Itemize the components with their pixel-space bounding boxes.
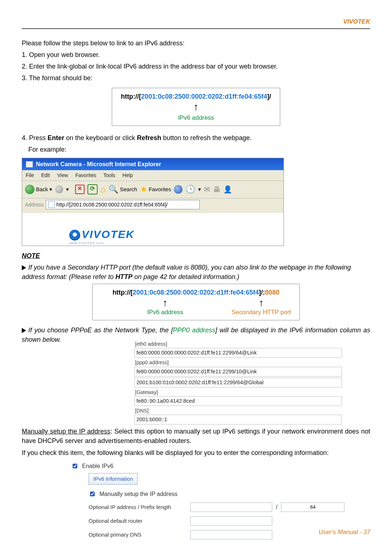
step-2: 2. Enter the link-global or link-local I… xyxy=(22,62,370,71)
refresh-key: Refresh xyxy=(137,134,161,141)
star-icon: ★ xyxy=(140,184,147,195)
step4-text-e: button to refresh the webpage. xyxy=(161,134,252,141)
triangle-icon xyxy=(22,265,26,270)
ie-app-icon xyxy=(26,161,33,168)
ppp0-value-2: 2001:b100:01c0:0002:0202:d1ff:fe11:2299/… xyxy=(134,378,342,387)
back-icon xyxy=(25,185,34,194)
for-example: For example: xyxy=(22,145,370,154)
note-body-1: If you have a Secondary HTTP port (the d… xyxy=(22,263,370,282)
menu-file[interactable]: File xyxy=(26,172,34,178)
optional-ip-input[interactable] xyxy=(190,502,272,512)
search-label: Search xyxy=(120,185,137,193)
ipv6-info-panel: [eth0 address] fe80:0000:0000:0000:0202:… xyxy=(134,339,370,424)
dns-value: 2001:b000::1 xyxy=(134,415,342,424)
d2-prefix: http://[ xyxy=(113,289,133,296)
d2-port: 8080 xyxy=(265,289,279,296)
address-label: Address xyxy=(25,201,44,208)
back-button[interactable]: Back ▾ xyxy=(25,185,52,194)
page-footer: User's Manual - 37 xyxy=(319,529,370,536)
manual-setup-para-2: If you check this item, the following bl… xyxy=(22,448,370,457)
stop-icon[interactable]: ✕ xyxy=(75,185,85,194)
page-icon xyxy=(48,201,55,208)
triangle-icon-2 xyxy=(22,328,26,333)
ipv6-information-button[interactable]: IPv6 Information xyxy=(89,473,138,485)
arrow-up-icon-2b: ↑ xyxy=(230,298,292,308)
optional-ip-label: Optional IP address / Prefix length xyxy=(89,503,187,511)
print-icon[interactable]: 🖶 xyxy=(213,184,220,195)
pppoe-note: If you choose PPPoE as the Network Type,… xyxy=(22,325,370,344)
messenger-icon[interactable]: 👤 xyxy=(223,184,232,195)
note-heading: NOTE xyxy=(22,251,370,260)
arrow-up-icon: ↑ xyxy=(121,102,271,112)
manual-ip-label: Manually setup the IP address xyxy=(99,490,177,498)
history-icon[interactable]: 🕒 xyxy=(185,184,195,195)
pppoe-text-a: If you choose PPPoE as the Network Type,… xyxy=(28,327,173,334)
menu-tools[interactable]: Tools xyxy=(103,172,115,178)
vivotek-logo: VIVOTEK xyxy=(69,226,135,242)
step4-text-a: 4. Press xyxy=(22,134,48,141)
vivotek-eye-icon xyxy=(69,230,80,241)
refresh-icon[interactable]: ⟳ xyxy=(87,184,98,194)
optional-router-input[interactable] xyxy=(190,516,272,526)
pppoe-ppp0: PPP0 address xyxy=(173,327,215,334)
ie-address-bar: Address http://[2001:0c08:2500:0002:0202… xyxy=(22,198,283,213)
ipv6-address-label: IPv6 address xyxy=(178,114,214,121)
ie-window: Network Camera - Microsoft Internet Expl… xyxy=(22,158,284,246)
dns-label: [DNS] xyxy=(134,406,370,415)
note-http: HTTP xyxy=(115,273,132,280)
url-suffix: ]/ xyxy=(267,93,271,100)
optional-dns-label: Optional primary DNS xyxy=(89,531,187,539)
vivotek-logo-text: VIVOTEK xyxy=(82,228,135,240)
manual-setup-title: Manually setup the IP address xyxy=(22,428,110,435)
optional-dns-input[interactable] xyxy=(190,530,272,539)
search-button[interactable]: 🔍Search xyxy=(109,184,137,195)
enter-key: Enter xyxy=(48,134,64,141)
url-ipv6: 2001:0c08:2500:0002:0202:d1ff:fe04:65f4 xyxy=(141,93,267,100)
ie-titlebar: Network Camera - Microsoft Internet Expl… xyxy=(22,158,283,170)
back-label: Back xyxy=(36,185,48,193)
step-3: 3. The format should be: xyxy=(22,73,370,83)
ppp0-value-1: fe80:0000:0000:0000:0202:d1ff:fe11:2299/… xyxy=(134,367,342,377)
d2-label-a: IPv6 address xyxy=(100,308,230,317)
forward-icon[interactable] xyxy=(55,185,63,193)
page-body: Please follow the steps below to link to… xyxy=(0,29,392,542)
address-input[interactable]: http://[2001:0c08:2500:0002:0202:d1ff:fe… xyxy=(46,200,200,209)
enable-ipv6-label: Enable IPv6 xyxy=(82,462,113,470)
menu-favorites[interactable]: Favorites xyxy=(75,172,96,178)
ie-menubar: File Edit View Favorites Tools Help xyxy=(22,170,283,181)
menu-edit[interactable]: Edit xyxy=(41,172,50,178)
ppp0-label: [ppp0 address] xyxy=(134,358,370,366)
step4-text-c: on the keyboard or click xyxy=(64,134,137,141)
gateway-value: fe80::90:1a00:4142:8ced xyxy=(134,396,342,406)
prefix-length-input[interactable] xyxy=(281,502,344,512)
optional-router-label: Optional default router xyxy=(89,517,187,525)
ipv6-port-diagram: http://[2001:0c08:2500:0002:0202:d1ff:fe… xyxy=(92,284,300,320)
url-prefix: http://[ xyxy=(121,93,141,100)
step-1: 1. Open your web browser. xyxy=(22,50,370,59)
ie-content: VIVOTEK www.VIVOTEK.com xyxy=(22,213,283,246)
ie-title-text: Network Camera - Microsoft Internet Expl… xyxy=(36,160,161,168)
d2-label-b: Secondary HTTP port xyxy=(230,308,292,317)
address-value: http://[2001:0c08:2500:0002:0202:d1ff:fe… xyxy=(56,201,167,208)
menu-view[interactable]: View xyxy=(57,172,68,178)
menu-help[interactable]: Help xyxy=(122,172,133,178)
ipv6-format-diagram: http://[2001:0c08:2500:0002:0202:d1ff:fe… xyxy=(112,88,280,126)
intro-lead: Please follow the steps below to link to… xyxy=(22,38,370,48)
prefix-slash: / xyxy=(276,503,277,511)
step-4: 4. Press Enter on the keyboard or click … xyxy=(22,133,370,143)
ie-toolbar: Back ▾ ▾ ✕ ⟳ ⌂ 🔍Search ★Favorites 🕒 ▾ ✉ … xyxy=(22,181,283,198)
manual-ip-checkbox[interactable] xyxy=(90,492,95,496)
arrow-up-icon-2a: ↑ xyxy=(100,298,230,308)
favorites-button[interactable]: ★Favorites xyxy=(140,184,171,195)
gateway-label: [Gateway] xyxy=(134,387,370,396)
mail-icon[interactable]: ✉ xyxy=(204,184,210,195)
enable-ipv6-checkbox[interactable] xyxy=(73,464,77,468)
media-icon[interactable] xyxy=(174,185,183,194)
search-icon: 🔍 xyxy=(109,184,118,195)
note-text-c: on page 42 for detailed information.) xyxy=(132,273,239,280)
brand-header: VIVOTEK xyxy=(0,0,392,28)
d2-suffix: ]/: xyxy=(259,289,265,296)
favorites-label: Favorites xyxy=(149,185,171,193)
home-icon[interactable]: ⌂ xyxy=(101,183,106,196)
manual-setup-para-1: Manually setup the IP address: Select th… xyxy=(22,427,370,446)
